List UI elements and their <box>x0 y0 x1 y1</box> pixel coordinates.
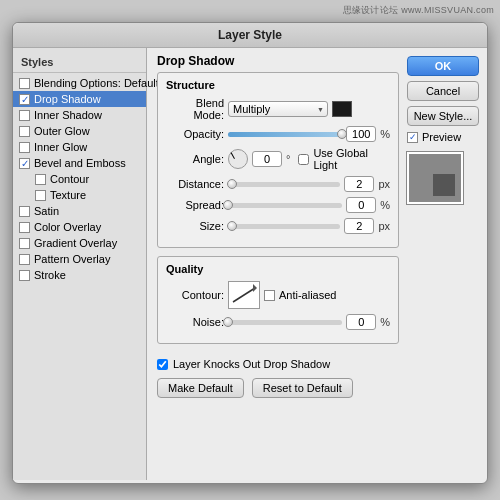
shadow-color-swatch[interactable] <box>332 101 352 117</box>
spread-slider[interactable] <box>228 203 342 208</box>
spread-label: Spread: <box>166 199 224 211</box>
noise-row: Noise: % <box>166 314 390 330</box>
reset-default-button[interactable]: Reset to Default <box>252 378 353 398</box>
global-light-checkbox[interactable] <box>298 154 309 165</box>
style-item-1[interactable]: ✓Drop Shadow <box>13 91 146 107</box>
structure-title: Structure <box>166 79 390 91</box>
opacity-input[interactable] <box>346 126 376 142</box>
structure-section: Structure Blend Mode: MultiplyNormalScre… <box>157 72 399 248</box>
style-item-3[interactable]: Outer Glow <box>13 123 146 139</box>
noise-slider[interactable] <box>228 320 342 325</box>
style-item-12[interactable]: Stroke <box>13 267 146 283</box>
anti-alias-label: Anti-aliased <box>279 289 336 301</box>
blend-mode-select-wrapper[interactable]: MultiplyNormalScreenOverlayDarkenLighten <box>228 101 328 117</box>
ok-button[interactable]: OK <box>407 56 479 76</box>
global-light-label: Use Global Light <box>313 147 390 171</box>
knocks-out-checkbox[interactable] <box>157 359 168 370</box>
footer-buttons: Make Default Reset to Default <box>157 378 399 398</box>
angle-needle <box>230 152 234 159</box>
distance-input[interactable] <box>344 176 374 192</box>
style-label-4: Inner Glow <box>34 141 87 153</box>
styles-panel: Styles Blending Options: Default✓Drop Sh… <box>13 48 147 480</box>
style-label-5: Bevel and Emboss <box>34 157 126 169</box>
style-label-11: Pattern Overlay <box>34 253 110 265</box>
angle-dial[interactable] <box>228 149 248 169</box>
contour-svg <box>231 284 257 306</box>
style-label-8: Satin <box>34 205 59 217</box>
style-item-10[interactable]: Gradient Overlay <box>13 235 146 251</box>
style-label-9: Color Overlay <box>34 221 101 233</box>
spread-input[interactable] <box>346 197 376 213</box>
style-item-8[interactable]: Satin <box>13 203 146 219</box>
style-checkbox-4 <box>19 142 30 153</box>
knocks-out-label: Layer Knocks Out Drop Shadow <box>173 358 330 370</box>
style-checkbox-6 <box>35 174 46 185</box>
size-label: Size: <box>166 220 224 232</box>
cancel-button[interactable]: Cancel <box>407 81 479 101</box>
spread-unit: % <box>380 199 390 211</box>
quality-title: Quality <box>166 263 390 275</box>
dialog-title: Layer Style <box>13 23 487 48</box>
angle-unit: ° <box>286 153 290 165</box>
contour-label: Contour: <box>166 289 224 301</box>
anti-alias-checkbox-box <box>264 290 275 301</box>
style-label-1: Drop Shadow <box>34 93 101 105</box>
style-label-12: Stroke <box>34 269 66 281</box>
style-checkbox-10 <box>19 238 30 249</box>
size-slider[interactable] <box>228 224 340 229</box>
style-item-11[interactable]: Pattern Overlay <box>13 251 146 267</box>
distance-label: Distance: <box>166 178 224 190</box>
spread-row: Spread: % <box>166 197 390 213</box>
contour-thumbnail[interactable] <box>228 281 260 309</box>
noise-unit: % <box>380 316 390 328</box>
action-buttons: OK Cancel New Style... ✓ Preview <box>407 56 479 204</box>
watermark: 思缘设计论坛 www.MISSVUAN.com <box>343 4 494 17</box>
distance-row: Distance: px <box>166 176 390 192</box>
knocks-out-row: Layer Knocks Out Drop Shadow <box>157 358 399 370</box>
style-label-10: Gradient Overlay <box>34 237 117 249</box>
style-label-2: Inner Shadow <box>34 109 102 121</box>
style-checkbox-2 <box>19 110 30 121</box>
make-default-button[interactable]: Make Default <box>157 378 244 398</box>
size-input[interactable] <box>344 218 374 234</box>
new-style-button[interactable]: New Style... <box>407 106 479 126</box>
style-item-0[interactable]: Blending Options: Default <box>13 75 146 91</box>
contour-row: Contour: Anti-aliased <box>166 281 390 309</box>
styles-section-label: Styles <box>13 54 146 73</box>
style-item-2[interactable]: Inner Shadow <box>13 107 146 123</box>
style-item-7[interactable]: Texture <box>13 187 146 203</box>
style-item-9[interactable]: Color Overlay <box>13 219 146 235</box>
style-item-4[interactable]: Inner Glow <box>13 139 146 155</box>
dialog-body: Styles Blending Options: Default✓Drop Sh… <box>13 48 487 480</box>
style-checkbox-3 <box>19 126 30 137</box>
size-row: Size: px <box>166 218 390 234</box>
opacity-unit: % <box>380 128 390 140</box>
style-label-7: Texture <box>50 189 86 201</box>
angle-row: Angle: ° Use Global Light <box>166 147 390 171</box>
style-checkbox-0 <box>19 78 30 89</box>
drop-shadow-heading: Drop Shadow <box>157 54 399 68</box>
preview-label-row: ✓ Preview <box>407 131 479 143</box>
style-item-5[interactable]: ✓Bevel and Emboss <box>13 155 146 171</box>
anti-alias-row: Anti-aliased <box>264 289 336 301</box>
size-unit: px <box>378 220 390 232</box>
distance-slider[interactable] <box>228 182 340 187</box>
opacity-slider[interactable] <box>228 132 342 137</box>
blend-mode-row: Blend Mode: MultiplyNormalScreenOverlayD… <box>166 97 390 121</box>
style-checkbox-12 <box>19 270 30 281</box>
preview-checkbox[interactable]: ✓ <box>407 132 418 143</box>
style-checkbox-9 <box>19 222 30 233</box>
noise-label: Noise: <box>166 316 224 328</box>
opacity-row: Opacity: % <box>166 126 390 142</box>
noise-input[interactable] <box>346 314 376 330</box>
style-checkbox-8 <box>19 206 30 217</box>
angle-input[interactable] <box>252 151 282 167</box>
style-item-6[interactable]: Contour <box>13 171 146 187</box>
layer-style-dialog: Layer Style Styles Blending Options: Def… <box>12 22 488 484</box>
blend-mode-label: Blend Mode: <box>166 97 224 121</box>
opacity-label: Opacity: <box>166 128 224 140</box>
global-light-row: Use Global Light <box>298 147 390 171</box>
blend-mode-select[interactable]: MultiplyNormalScreenOverlayDarkenLighten <box>228 101 328 117</box>
style-label-0: Blending Options: Default <box>34 77 159 89</box>
style-label-6: Contour <box>50 173 89 185</box>
